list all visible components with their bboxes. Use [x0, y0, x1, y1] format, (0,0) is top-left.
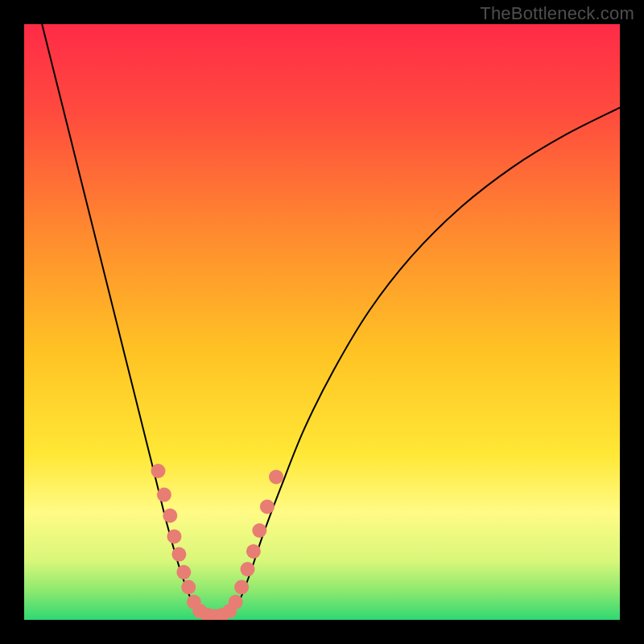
- bottleneck-curve: [42, 24, 620, 617]
- sample-point: [176, 565, 191, 580]
- sample-point: [171, 547, 186, 562]
- chart-svg: [24, 24, 620, 620]
- sample-point: [157, 488, 171, 502]
- chart-frame: TheBottleneck.com: [0, 0, 644, 644]
- sample-point: [252, 523, 266, 538]
- sample-point: [181, 580, 196, 594]
- sample-point: [269, 469, 283, 484]
- sample-point: [163, 509, 177, 523]
- watermark-text: TheBottleneck.com: [480, 3, 634, 24]
- plot-area: [24, 24, 620, 620]
- sample-point: [151, 464, 166, 478]
- sample-point: [234, 580, 249, 594]
- sample-point: [229, 595, 243, 609]
- sample-point: [246, 544, 261, 559]
- sample-point: [241, 562, 255, 576]
- sample-point: [260, 499, 275, 514]
- sample-points: [151, 464, 284, 620]
- sample-point: [167, 529, 181, 543]
